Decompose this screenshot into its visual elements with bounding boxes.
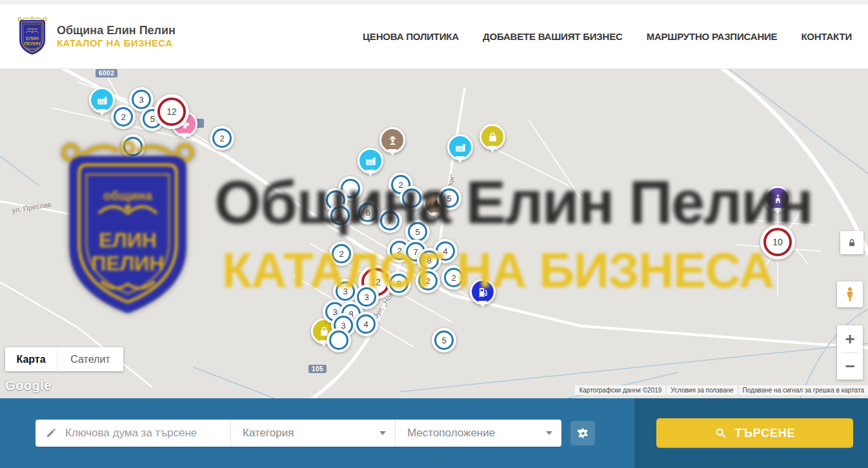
factory-icon	[96, 94, 108, 107]
cluster-count: 2	[398, 180, 403, 190]
map-cluster[interactable]: 5	[437, 186, 461, 210]
nav-route-schedule[interactable]: МАРШРУТНО РАЗПИСАНИЕ	[647, 31, 778, 42]
cluster-count: 2	[425, 276, 430, 286]
pencil-icon	[45, 427, 57, 440]
nav-add-your-business[interactable]: ДОБАВЕТЕ ВАШИЯТ БИЗНЕС	[483, 31, 623, 42]
cluster-count: 5	[150, 114, 154, 124]
pegman-icon	[842, 286, 858, 303]
map-cluster[interactable]: 12	[154, 94, 189, 129]
map-cluster[interactable]: 8	[387, 271, 411, 296]
chevron-down-icon	[379, 431, 386, 435]
site-logo[interactable]: Община Елин Пелин КАТАЛОГ НА БИЗНЕСА	[16, 16, 176, 57]
search-button-label: ТЪРСЕНЕ	[735, 427, 796, 440]
map-canvas[interactable]: 6002 105 ул. Преслав бул. „Новосел лци" …	[0, 69, 868, 398]
cluster-count: 10	[772, 237, 783, 247]
site-header: Община Елин Пелин КАТАЛОГ НА БИЗНЕСА ЦЕН…	[0, 5, 868, 69]
cluster-count: 8	[427, 256, 431, 265]
nav-contacts[interactable]: КОНТАКТИ	[801, 31, 852, 42]
cluster-count: 7	[387, 216, 392, 226]
cluster-count: 5	[441, 336, 446, 345]
cluster-count: 5	[447, 194, 451, 203]
map-cluster[interactable]: 10	[760, 225, 795, 259]
cluster-count: 4	[338, 211, 342, 221]
attribution-copyright: Картографски данни ©2019	[575, 385, 665, 395]
cluster-count: 12	[167, 107, 177, 117]
municipality-crest-icon	[16, 16, 48, 57]
attribution-report-error-link[interactable]: Подаване на сигнал за грешка в картата	[739, 385, 868, 395]
map-lock-button[interactable]	[840, 231, 863, 254]
google-logo[interactable]: Google	[5, 378, 52, 393]
keyword-search-input[interactable]	[64, 426, 223, 440]
factory-icon	[454, 141, 467, 154]
hard-hat-worker-pin[interactable]	[379, 127, 405, 153]
magnifier-icon	[714, 427, 727, 440]
shopping-bag-icon	[487, 131, 499, 143]
cluster-count: 2	[397, 246, 401, 256]
site-subtitle: КАТАЛОГ НА БИЗНЕСА	[57, 37, 176, 50]
church-pin[interactable]	[765, 186, 791, 212]
cluster-count: 6	[365, 208, 370, 218]
chevron-down-icon	[546, 431, 552, 435]
cluster-count: 2	[219, 134, 224, 143]
gear-icon	[576, 427, 590, 440]
street-view-pegman-button[interactable]	[837, 281, 863, 307]
fuel-pump-icon	[477, 286, 489, 298]
cluster-count: 4	[363, 320, 368, 329]
cluster-count: 2	[451, 273, 456, 283]
factory-pin[interactable]	[89, 87, 115, 113]
search-button[interactable]: ТЪРСЕНЕ	[656, 418, 853, 448]
map-type-control: Карта Сателит	[5, 347, 123, 371]
search-settings-button[interactable]	[570, 421, 595, 445]
map-cluster[interactable]: 7	[378, 209, 402, 233]
cluster-count: 8	[396, 279, 401, 289]
map-cluster[interactable]	[327, 328, 351, 352]
church-icon	[772, 193, 784, 205]
map-cluster[interactable]: 4	[354, 312, 378, 336]
road-shield-label: 6002	[96, 69, 117, 77]
lock-icon	[847, 238, 857, 248]
factory-pin[interactable]	[358, 148, 383, 174]
map-cluster[interactable]: 2	[111, 105, 136, 129]
cluster-count: 2	[121, 112, 125, 122]
factory-pin[interactable]	[447, 134, 473, 160]
search-field-group: Категория Местоположение	[35, 420, 561, 447]
map-zoom-control: + −	[837, 325, 863, 380]
map-attribution: Картографски данни ©2019 Условия за полз…	[575, 385, 868, 395]
nav-pricing-policy[interactable]: ЦЕНОВА ПОЛИТИКА	[363, 31, 459, 42]
main-nav: ЦЕНОВА ПОЛИТИКА ДОБАВЕТЕ ВАШИЯТ БИЗНЕС М…	[363, 31, 852, 42]
map-cluster[interactable]: 5	[432, 328, 456, 352]
factory-icon	[365, 155, 377, 167]
map-type-satellite-button[interactable]: Сателит	[57, 347, 123, 371]
location-select[interactable]: Местоположение	[396, 420, 561, 447]
site-title: Община Елин Пелин	[57, 23, 176, 38]
search-panel: Категория Местоположение ТЪРСЕНЕ	[0, 398, 868, 468]
cluster-count: 3	[343, 287, 347, 296]
cluster-count: 5	[415, 227, 419, 237]
cluster-count: 3	[364, 292, 368, 302]
cluster-count: 2	[339, 249, 343, 259]
road-shield-label: 105	[308, 365, 327, 373]
category-select[interactable]: Категория	[231, 420, 396, 447]
keyword-section	[35, 420, 231, 447]
zoom-out-button[interactable]: −	[837, 353, 863, 380]
attribution-terms-link[interactable]: Условия за ползване	[667, 385, 737, 395]
map-cluster[interactable]: 2	[329, 241, 354, 266]
cluster-count: 4	[443, 247, 447, 256]
shopping-bag-pin[interactable]	[479, 124, 505, 150]
map-cluster[interactable]	[121, 134, 145, 159]
map-cluster[interactable]: 2	[416, 269, 440, 293]
zoom-in-button[interactable]: +	[837, 326, 863, 352]
window-top-strip	[0, 0, 868, 5]
cluster-count: 3	[409, 194, 414, 203]
map-cluster[interactable]: 3	[399, 186, 424, 210]
map-type-map-button[interactable]: Карта	[5, 347, 57, 371]
location-select-value: Местоположение	[407, 427, 495, 440]
hard-hat-worker-icon	[387, 134, 399, 147]
category-select-value: Категория	[243, 427, 294, 440]
map-cluster[interactable]: 2	[441, 265, 466, 290]
cluster-count: 3	[139, 95, 143, 105]
fuel-pump-pin[interactable]	[470, 279, 496, 305]
map-cluster[interactable]: 6	[356, 200, 380, 225]
map-cluster[interactable]: 2	[210, 126, 234, 150]
map-cluster[interactable]: 4	[328, 203, 352, 228]
